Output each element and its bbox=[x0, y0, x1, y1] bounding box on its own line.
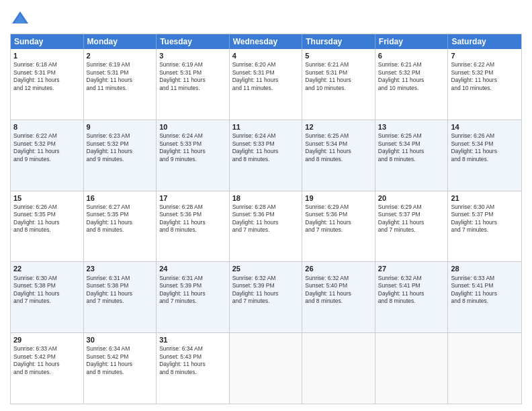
day-cell-13: 13Sunrise: 6:25 AMSunset: 5:34 PMDayligh… bbox=[375, 120, 449, 191]
calendar-week-3: 15Sunrise: 6:26 AMSunset: 5:35 PMDayligh… bbox=[11, 191, 521, 263]
cell-line: Daylight: 11 hours bbox=[305, 77, 372, 84]
day-cell-17: 17Sunrise: 6:28 AMSunset: 5:36 PMDayligh… bbox=[157, 191, 230, 262]
cell-line: Sunset: 5:37 PM bbox=[451, 211, 519, 218]
cell-line: Sunset: 5:31 PM bbox=[232, 69, 300, 77]
cell-line: Daylight: 11 hours bbox=[13, 290, 81, 298]
header-cell-sunday: Sunday bbox=[11, 34, 84, 49]
day-cell-6: 6Sunrise: 6:21 AMSunset: 5:32 PMDaylight… bbox=[375, 49, 449, 120]
cell-line: Daylight: 11 hours bbox=[378, 148, 445, 155]
cell-line: and 9 minutes. bbox=[159, 156, 226, 163]
cell-line: Sunset: 5:35 PM bbox=[87, 211, 154, 218]
cell-line: and 8 minutes. bbox=[451, 156, 519, 163]
cell-line: Daylight: 11 hours bbox=[232, 148, 300, 155]
day-number: 24 bbox=[159, 264, 226, 273]
cell-line: Daylight: 11 hours bbox=[305, 219, 372, 226]
cell-line: Daylight: 11 hours bbox=[305, 290, 372, 298]
cell-line: Sunrise: 6:19 AM bbox=[159, 61, 226, 68]
day-cell-2: 2Sunrise: 6:19 AMSunset: 5:31 PMDaylight… bbox=[84, 49, 157, 120]
day-cell-16: 16Sunrise: 6:27 AMSunset: 5:35 PMDayligh… bbox=[84, 191, 157, 262]
day-cell-31: 31Sunrise: 6:34 AMSunset: 5:43 PMDayligh… bbox=[157, 333, 230, 404]
cell-line: Sunrise: 6:33 AM bbox=[13, 345, 81, 353]
cell-line: Daylight: 11 hours bbox=[159, 148, 226, 155]
day-number: 31 bbox=[159, 335, 226, 345]
cell-line: and 7 minutes. bbox=[159, 298, 226, 305]
cell-line: and 8 minutes. bbox=[378, 156, 445, 163]
cell-line: Sunset: 5:34 PM bbox=[378, 140, 445, 148]
calendar-week-1: 1Sunrise: 6:18 AMSunset: 5:31 PMDaylight… bbox=[11, 49, 521, 120]
day-number: 14 bbox=[451, 122, 519, 132]
cell-line: Daylight: 11 hours bbox=[87, 361, 154, 368]
cell-line: Sunset: 5:41 PM bbox=[451, 282, 519, 289]
day-number: 1 bbox=[13, 51, 81, 60]
cell-line: and 10 minutes. bbox=[305, 85, 372, 92]
cell-line: and 8 minutes. bbox=[13, 369, 81, 376]
cell-line: Sunrise: 6:28 AM bbox=[232, 203, 300, 211]
cell-line: and 7 minutes. bbox=[232, 298, 300, 305]
cell-line: Sunrise: 6:29 AM bbox=[305, 203, 372, 211]
cell-line: Sunrise: 6:24 AM bbox=[232, 132, 300, 140]
day-number: 7 bbox=[451, 51, 519, 60]
cell-line: Sunset: 5:32 PM bbox=[378, 69, 445, 77]
day-number: 19 bbox=[305, 193, 372, 203]
cell-line: Daylight: 11 hours bbox=[87, 77, 154, 84]
day-cell-8: 8Sunrise: 6:22 AMSunset: 5:32 PMDaylight… bbox=[11, 120, 84, 191]
day-cell-19: 19Sunrise: 6:29 AMSunset: 5:36 PMDayligh… bbox=[302, 191, 375, 262]
cell-line: Sunset: 5:31 PM bbox=[159, 69, 226, 77]
day-number: 21 bbox=[451, 193, 519, 203]
cell-line: Daylight: 11 hours bbox=[305, 148, 372, 155]
cell-line: Daylight: 11 hours bbox=[87, 290, 154, 298]
cell-line: Sunset: 5:34 PM bbox=[451, 140, 519, 148]
day-number: 25 bbox=[232, 264, 300, 273]
cell-line: and 7 minutes. bbox=[87, 298, 154, 305]
day-cell-26: 26Sunrise: 6:32 AMSunset: 5:40 PMDayligh… bbox=[302, 262, 375, 332]
cell-line: Sunset: 5:32 PM bbox=[87, 140, 154, 148]
cell-line: and 8 minutes. bbox=[305, 298, 372, 305]
day-number: 3 bbox=[159, 51, 226, 60]
day-cell-5: 5Sunrise: 6:21 AMSunset: 5:31 PMDaylight… bbox=[302, 49, 375, 120]
day-number: 9 bbox=[87, 122, 154, 132]
day-number: 4 bbox=[232, 51, 300, 60]
header-cell-thursday: Thursday bbox=[302, 34, 375, 49]
cell-line: Sunset: 5:39 PM bbox=[159, 282, 226, 289]
day-cell-1: 1Sunrise: 6:18 AMSunset: 5:31 PMDaylight… bbox=[11, 49, 84, 120]
cell-line: Sunset: 5:36 PM bbox=[159, 211, 226, 218]
cell-line: Daylight: 11 hours bbox=[159, 219, 226, 226]
cell-line: and 8 minutes. bbox=[378, 298, 445, 305]
cell-line: Sunset: 5:42 PM bbox=[13, 353, 81, 361]
day-number: 20 bbox=[378, 193, 445, 203]
empty-cell bbox=[375, 333, 449, 404]
empty-cell bbox=[302, 333, 375, 404]
day-number: 26 bbox=[305, 264, 372, 273]
cell-line: and 8 minutes. bbox=[87, 369, 154, 376]
day-cell-21: 21Sunrise: 6:30 AMSunset: 5:37 PMDayligh… bbox=[448, 191, 521, 262]
cell-line: and 12 minutes. bbox=[13, 85, 81, 92]
day-number: 15 bbox=[13, 193, 81, 203]
cell-line: Sunrise: 6:32 AM bbox=[305, 275, 372, 282]
day-number: 6 bbox=[378, 51, 445, 60]
day-number: 30 bbox=[87, 335, 154, 345]
cell-line: Daylight: 11 hours bbox=[451, 77, 519, 84]
cell-line: Sunrise: 6:33 AM bbox=[451, 275, 519, 282]
cell-line: Sunrise: 6:22 AM bbox=[13, 132, 81, 140]
day-number: 27 bbox=[378, 264, 445, 273]
cell-line: Sunrise: 6:30 AM bbox=[13, 275, 81, 282]
cell-line: Sunset: 5:43 PM bbox=[159, 353, 226, 361]
cell-line: Sunrise: 6:18 AM bbox=[13, 61, 81, 68]
cell-line: Sunset: 5:34 PM bbox=[305, 140, 372, 148]
cell-line: Sunset: 5:39 PM bbox=[232, 282, 300, 289]
cell-line: Sunset: 5:37 PM bbox=[378, 211, 445, 218]
cell-line: Sunrise: 6:23 AM bbox=[87, 132, 154, 140]
calendar-week-2: 8Sunrise: 6:22 AMSunset: 5:32 PMDaylight… bbox=[11, 120, 521, 191]
day-number: 18 bbox=[232, 193, 300, 203]
day-cell-20: 20Sunrise: 6:29 AMSunset: 5:37 PMDayligh… bbox=[375, 191, 449, 262]
cell-line: Sunset: 5:33 PM bbox=[232, 140, 300, 148]
cell-line: and 8 minutes. bbox=[13, 226, 81, 234]
cell-line: Daylight: 11 hours bbox=[378, 77, 445, 84]
day-cell-27: 27Sunrise: 6:32 AMSunset: 5:41 PMDayligh… bbox=[375, 262, 449, 332]
day-number: 29 bbox=[13, 335, 81, 345]
cell-line: and 11 minutes. bbox=[87, 85, 154, 92]
day-cell-30: 30Sunrise: 6:34 AMSunset: 5:42 PMDayligh… bbox=[84, 333, 157, 404]
cell-line: Daylight: 11 hours bbox=[13, 219, 81, 226]
cell-line: and 10 minutes. bbox=[451, 85, 519, 92]
cell-line: and 9 minutes. bbox=[87, 156, 154, 163]
